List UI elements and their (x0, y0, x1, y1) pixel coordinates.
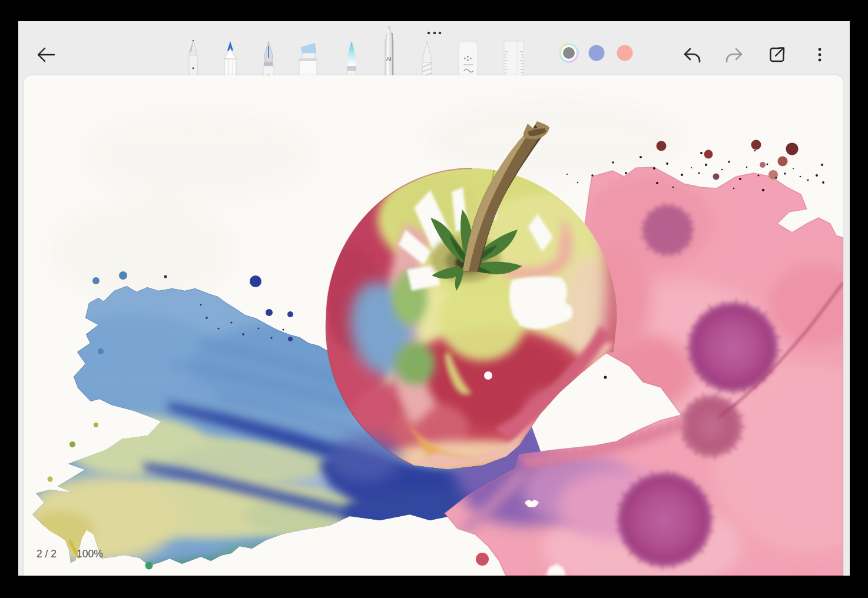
svg-text:AI: AI (386, 56, 392, 62)
